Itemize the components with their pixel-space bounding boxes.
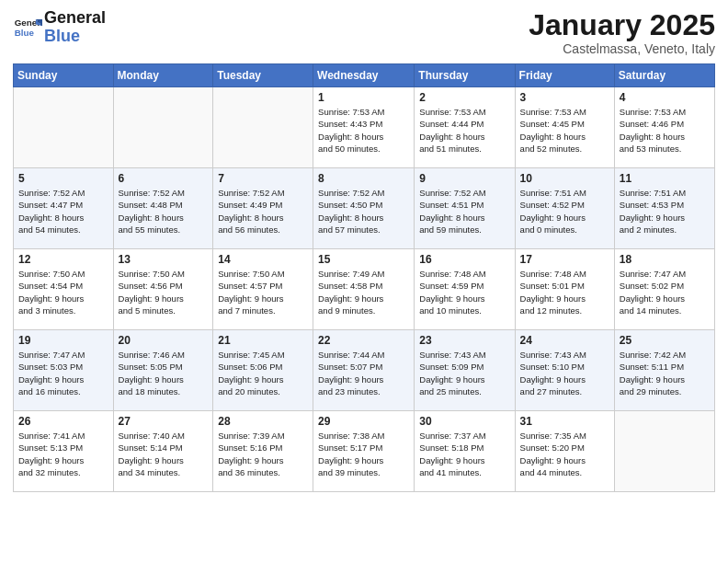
calendar-cell xyxy=(14,87,114,168)
day-info: Sunrise: 7:43 AMSunset: 5:09 PMDaylight:… xyxy=(419,349,509,397)
calendar-cell: 5Sunrise: 7:52 AMSunset: 4:47 PMDaylight… xyxy=(14,168,114,249)
day-number: 27 xyxy=(119,415,209,428)
calendar-cell: 16Sunrise: 7:48 AMSunset: 4:59 PMDayligh… xyxy=(415,249,515,330)
day-number: 1 xyxy=(318,91,409,104)
day-number: 15 xyxy=(318,253,409,266)
day-info: Sunrise: 7:46 AMSunset: 5:05 PMDaylight:… xyxy=(119,349,209,397)
calendar-cell xyxy=(113,87,213,168)
day-info: Sunrise: 7:52 AMSunset: 4:51 PMDaylight:… xyxy=(419,187,509,236)
calendar-cell: 18Sunrise: 7:47 AMSunset: 5:02 PMDayligh… xyxy=(614,249,714,330)
day-info: Sunrise: 7:52 AMSunset: 4:49 PMDaylight:… xyxy=(218,187,308,236)
calendar-cell: 25Sunrise: 7:42 AMSunset: 5:11 PMDayligh… xyxy=(614,330,714,411)
calendar-cell: 13Sunrise: 7:50 AMSunset: 4:56 PMDayligh… xyxy=(113,249,213,330)
calendar-week-3: 12Sunrise: 7:50 AMSunset: 4:54 PMDayligh… xyxy=(14,249,715,330)
calendar-cell: 20Sunrise: 7:46 AMSunset: 5:05 PMDayligh… xyxy=(113,330,213,411)
logo-icon: General Blue xyxy=(13,13,42,42)
day-info: Sunrise: 7:44 AMSunset: 5:07 PMDaylight:… xyxy=(318,349,409,397)
calendar-cell: 22Sunrise: 7:44 AMSunset: 5:07 PMDayligh… xyxy=(313,330,415,411)
calendar-header-saturday: Saturday xyxy=(614,64,714,87)
day-info: Sunrise: 7:37 AMSunset: 5:18 PMDaylight:… xyxy=(419,430,509,478)
day-info: Sunrise: 7:35 AMSunset: 5:20 PMDaylight:… xyxy=(520,430,609,478)
day-number: 10 xyxy=(520,172,609,185)
calendar-cell: 19Sunrise: 7:47 AMSunset: 5:03 PMDayligh… xyxy=(14,330,114,411)
day-info: Sunrise: 7:39 AMSunset: 5:16 PMDaylight:… xyxy=(218,430,308,478)
calendar-cell: 17Sunrise: 7:48 AMSunset: 5:01 PMDayligh… xyxy=(515,249,614,330)
day-number: 29 xyxy=(318,415,409,428)
calendar-cell: 23Sunrise: 7:43 AMSunset: 5:09 PMDayligh… xyxy=(415,330,515,411)
calendar-cell: 31Sunrise: 7:35 AMSunset: 5:20 PMDayligh… xyxy=(515,411,614,492)
page: General Blue General Blue January 2025 C… xyxy=(0,0,728,563)
day-info: Sunrise: 7:48 AMSunset: 4:59 PMDaylight:… xyxy=(419,268,509,316)
day-number: 26 xyxy=(18,415,108,428)
calendar-cell: 7Sunrise: 7:52 AMSunset: 4:49 PMDaylight… xyxy=(213,168,313,249)
day-number: 21 xyxy=(218,334,308,347)
calendar-header-friday: Friday xyxy=(515,64,614,87)
calendar-cell: 15Sunrise: 7:49 AMSunset: 4:58 PMDayligh… xyxy=(313,249,415,330)
day-info: Sunrise: 7:47 AMSunset: 5:02 PMDaylight:… xyxy=(620,268,710,316)
day-number: 24 xyxy=(520,334,609,347)
day-number: 22 xyxy=(318,334,409,347)
day-number: 28 xyxy=(218,415,308,428)
header-right: January 2025 Castelmassa, Veneto, Italy xyxy=(529,9,715,56)
location: Castelmassa, Veneto, Italy xyxy=(529,41,715,56)
calendar-header-wednesday: Wednesday xyxy=(313,64,415,87)
day-info: Sunrise: 7:48 AMSunset: 5:01 PMDaylight:… xyxy=(520,268,609,316)
calendar-cell: 27Sunrise: 7:40 AMSunset: 5:14 PMDayligh… xyxy=(113,411,213,492)
day-number: 16 xyxy=(419,253,509,266)
calendar-cell xyxy=(213,87,313,168)
day-info: Sunrise: 7:52 AMSunset: 4:48 PMDaylight:… xyxy=(119,187,209,236)
day-number: 19 xyxy=(18,334,108,347)
calendar-cell: 30Sunrise: 7:37 AMSunset: 5:18 PMDayligh… xyxy=(415,411,515,492)
calendar-week-1: 1Sunrise: 7:53 AMSunset: 4:43 PMDaylight… xyxy=(14,87,715,168)
calendar-cell xyxy=(614,411,714,492)
logo-text: General Blue xyxy=(44,9,106,46)
calendar-cell: 29Sunrise: 7:38 AMSunset: 5:17 PMDayligh… xyxy=(313,411,415,492)
calendar-header-monday: Monday xyxy=(113,64,213,87)
day-info: Sunrise: 7:42 AMSunset: 5:11 PMDaylight:… xyxy=(620,349,710,397)
day-number: 4 xyxy=(620,91,710,104)
calendar-cell: 1Sunrise: 7:53 AMSunset: 4:43 PMDaylight… xyxy=(313,87,415,168)
day-number: 7 xyxy=(218,172,308,185)
day-number: 6 xyxy=(119,172,209,185)
day-info: Sunrise: 7:50 AMSunset: 4:54 PMDaylight:… xyxy=(18,268,108,316)
day-info: Sunrise: 7:52 AMSunset: 4:50 PMDaylight:… xyxy=(318,187,409,236)
day-info: Sunrise: 7:43 AMSunset: 5:10 PMDaylight:… xyxy=(520,349,609,397)
day-info: Sunrise: 7:51 AMSunset: 4:53 PMDaylight:… xyxy=(620,187,710,236)
calendar-cell: 24Sunrise: 7:43 AMSunset: 5:10 PMDayligh… xyxy=(515,330,614,411)
calendar-cell: 2Sunrise: 7:53 AMSunset: 4:44 PMDaylight… xyxy=(415,87,515,168)
day-number: 3 xyxy=(520,91,609,104)
calendar-header-sunday: Sunday xyxy=(14,64,114,87)
calendar-cell: 21Sunrise: 7:45 AMSunset: 5:06 PMDayligh… xyxy=(213,330,313,411)
day-info: Sunrise: 7:50 AMSunset: 4:56 PMDaylight:… xyxy=(119,268,209,316)
day-info: Sunrise: 7:40 AMSunset: 5:14 PMDaylight:… xyxy=(119,430,209,478)
calendar-header-thursday: Thursday xyxy=(415,64,515,87)
day-number: 14 xyxy=(218,253,308,266)
day-number: 12 xyxy=(18,253,108,266)
day-number: 8 xyxy=(318,172,409,185)
day-info: Sunrise: 7:53 AMSunset: 4:46 PMDaylight:… xyxy=(620,106,710,155)
logo: General Blue General Blue xyxy=(13,9,106,46)
day-number: 25 xyxy=(620,334,710,347)
calendar-cell: 9Sunrise: 7:52 AMSunset: 4:51 PMDaylight… xyxy=(415,168,515,249)
day-info: Sunrise: 7:41 AMSunset: 5:13 PMDaylight:… xyxy=(18,430,108,478)
day-info: Sunrise: 7:53 AMSunset: 4:45 PMDaylight:… xyxy=(520,106,609,155)
calendar-cell: 10Sunrise: 7:51 AMSunset: 4:52 PMDayligh… xyxy=(515,168,614,249)
day-number: 30 xyxy=(419,415,509,428)
day-number: 5 xyxy=(18,172,108,185)
day-number: 20 xyxy=(119,334,209,347)
day-info: Sunrise: 7:49 AMSunset: 4:58 PMDaylight:… xyxy=(318,268,409,316)
day-info: Sunrise: 7:47 AMSunset: 5:03 PMDaylight:… xyxy=(18,349,108,397)
day-info: Sunrise: 7:50 AMSunset: 4:57 PMDaylight:… xyxy=(218,268,308,316)
calendar-cell: 6Sunrise: 7:52 AMSunset: 4:48 PMDaylight… xyxy=(113,168,213,249)
month-title: January 2025 xyxy=(529,9,715,41)
day-number: 31 xyxy=(520,415,609,428)
day-info: Sunrise: 7:53 AMSunset: 4:44 PMDaylight:… xyxy=(419,106,509,155)
calendar-cell: 4Sunrise: 7:53 AMSunset: 4:46 PMDaylight… xyxy=(614,87,714,168)
day-info: Sunrise: 7:38 AMSunset: 5:17 PMDaylight:… xyxy=(318,430,409,478)
day-number: 11 xyxy=(620,172,710,185)
svg-text:Blue: Blue xyxy=(15,28,35,38)
day-number: 9 xyxy=(419,172,509,185)
day-number: 18 xyxy=(620,253,710,266)
calendar-cell: 12Sunrise: 7:50 AMSunset: 4:54 PMDayligh… xyxy=(14,249,114,330)
calendar-cell: 14Sunrise: 7:50 AMSunset: 4:57 PMDayligh… xyxy=(213,249,313,330)
